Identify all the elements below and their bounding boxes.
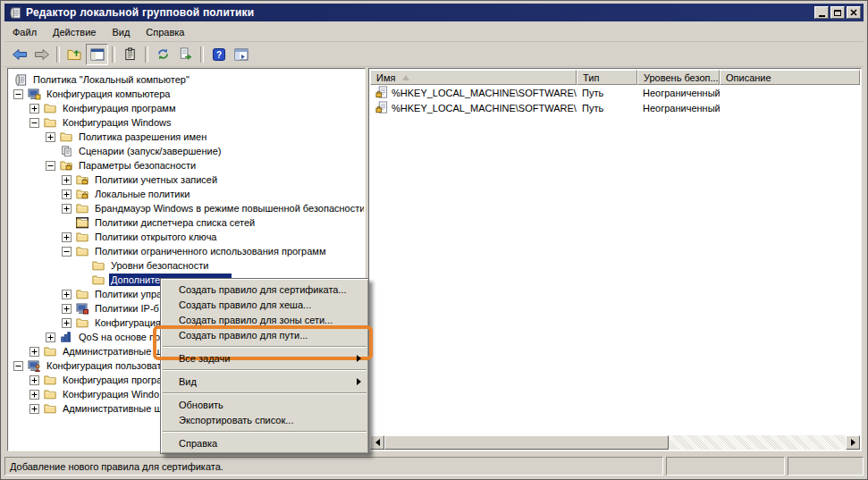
scrollbar-track[interactable] (669, 435, 846, 450)
tree-item-label: Конфигурация пользоват (45, 359, 164, 372)
collapse-minus-icon[interactable] (13, 89, 23, 99)
expand-plus-icon[interactable] (46, 333, 55, 342)
expand-plus-icon[interactable] (62, 304, 72, 314)
expand-plus-icon[interactable] (62, 318, 72, 328)
show-tree-button[interactable] (230, 44, 252, 65)
collapse-minus-icon[interactable] (29, 118, 39, 128)
context-menu: Создать правило для сертификата...Создат… (160, 278, 369, 454)
tree-item[interactable]: Политика разрешения имен (9, 130, 364, 144)
tree-item[interactable]: Политики диспетчера списка сетей (9, 215, 364, 230)
title-bar[interactable]: Редактор локальной групповой политики (4, 4, 864, 21)
context-menu-item[interactable]: Вид (161, 374, 368, 389)
tree-item[interactable]: Конфигурация программ (9, 101, 364, 115)
close-button[interactable] (847, 6, 861, 19)
tree-item[interactable]: Политики ограниченного использования про… (9, 244, 364, 258)
back-button[interactable] (8, 44, 30, 65)
column-header-description[interactable]: Описание (720, 70, 860, 85)
tree-item-label: Политики IP-б (93, 302, 161, 315)
folder-icon (43, 116, 57, 129)
folder-icon (75, 245, 89, 257)
export-list-button[interactable] (174, 44, 197, 65)
folder-icon (43, 402, 57, 415)
console-window-button[interactable] (86, 44, 108, 65)
expand-plus-icon[interactable] (62, 189, 72, 199)
expand-plus-icon[interactable] (62, 175, 72, 185)
tree-item[interactable]: Брандмауэр Windows в режиме повышенной б… (9, 201, 364, 215)
forward-button[interactable] (30, 44, 53, 65)
help-button[interactable]: ? (207, 44, 230, 65)
collapse-minus-icon[interactable] (46, 161, 55, 171)
tree-item[interactable]: Сценарии (запуск/завершение) (9, 144, 364, 158)
clipboard-button[interactable] (119, 44, 141, 65)
back-icon (12, 48, 28, 61)
menu-file[interactable]: Файл (4, 25, 45, 39)
expand-plus-icon[interactable] (29, 404, 39, 414)
refresh-button[interactable] (152, 44, 174, 65)
context-menu-item[interactable]: Создать правило для сертификата... (161, 282, 368, 297)
forward-icon (34, 48, 50, 61)
expand-plus-icon[interactable] (62, 204, 72, 214)
context-menu-item[interactable]: Создать правило для пути... (161, 327, 368, 342)
maximize-icon (834, 10, 841, 16)
scroll-left-button[interactable] (370, 435, 384, 450)
expand-plus-icon[interactable] (62, 232, 72, 242)
context-menu-item[interactable]: Экспортировать список... (161, 412, 368, 427)
up-one-level-button[interactable] (63, 44, 86, 65)
path-rule-icon (375, 101, 389, 114)
expand-plus-icon[interactable] (29, 390, 39, 400)
minimize-button[interactable] (814, 6, 829, 19)
scroll-right-button[interactable] (846, 435, 860, 450)
menu-help[interactable]: Справка (138, 25, 192, 39)
svg-text:?: ? (215, 49, 221, 59)
expand-plus-icon[interactable] (62, 290, 72, 299)
collapse-minus-icon[interactable] (13, 361, 23, 371)
scrollbar-thumb[interactable] (384, 435, 669, 450)
menu-bar: Файл Действие Вид Справка (4, 23, 864, 42)
toolbar-separator (112, 46, 115, 63)
tree-item[interactable]: Политика "Локальный компьютер" (9, 72, 364, 87)
tree-item[interactable]: Уровни безопасности (9, 258, 364, 273)
gpo-scroll-icon (13, 73, 28, 86)
tree-item[interactable]: Параметры безопасности (9, 158, 364, 173)
folder-icon (43, 102, 57, 114)
column-header-type[interactable]: Тип (577, 70, 637, 85)
up-one-level-icon (67, 47, 82, 61)
window-title: Редактор локальной групповой политики (26, 6, 814, 19)
expand-plus-icon[interactable] (29, 104, 39, 114)
rule-row[interactable]: %HKEY_LOCAL_MACHINE\SOFTWARE\Micr...Путь… (370, 100, 860, 115)
qos-icon (59, 331, 73, 343)
menu-action[interactable]: Действие (45, 25, 104, 39)
context-menu-item[interactable]: Обновить (161, 397, 368, 412)
tree-item[interactable]: Локальные политики (9, 187, 364, 201)
tree-item[interactable]: Политики учетных записей (9, 173, 364, 187)
context-menu-item-label: Создать правило для хеша... (179, 299, 311, 310)
folder-icon (43, 388, 57, 400)
tree-item[interactable]: Конфигурация компьютера (9, 87, 364, 101)
rule-row[interactable]: %HKEY_LOCAL_MACHINE\SOFTWARE\Micr...Путь… (370, 85, 860, 100)
column-header-name[interactable]: Имя (370, 70, 577, 85)
expand-plus-icon[interactable] (46, 132, 55, 142)
context-menu-item-label: Создать правило для сертификата... (179, 284, 347, 295)
folder-icon (59, 131, 73, 143)
horizontal-scrollbar[interactable] (370, 435, 860, 450)
maximize-button[interactable] (830, 6, 845, 19)
tree-item[interactable]: Конфигурация Windows (9, 115, 364, 130)
rule-type: Путь (577, 103, 637, 114)
column-header-level[interactable]: Уровень безоп... (637, 70, 720, 85)
tree-item[interactable]: Политики открытого ключа (9, 230, 364, 244)
context-menu-item[interactable]: Все задачи (161, 350, 368, 366)
expand-plus-icon[interactable] (29, 375, 39, 385)
collapse-minus-icon[interactable] (62, 247, 72, 257)
context-menu-item[interactable]: Создать правило для зоны сети... (161, 312, 368, 327)
tree-item-label: Конфигурация программ (61, 102, 177, 114)
folder-icon (75, 316, 89, 329)
context-menu-item[interactable]: Создать правило для хеша... (161, 297, 368, 312)
rule-type: Путь (577, 88, 637, 98)
menu-separator (161, 389, 368, 397)
expand-plus-icon[interactable] (29, 347, 39, 357)
status-pane-3 (788, 457, 864, 476)
context-menu-item[interactable]: Справка (161, 435, 368, 451)
menu-separator (161, 342, 368, 350)
menu-view[interactable]: Вид (104, 25, 138, 39)
scroll-right-icon (851, 439, 855, 446)
